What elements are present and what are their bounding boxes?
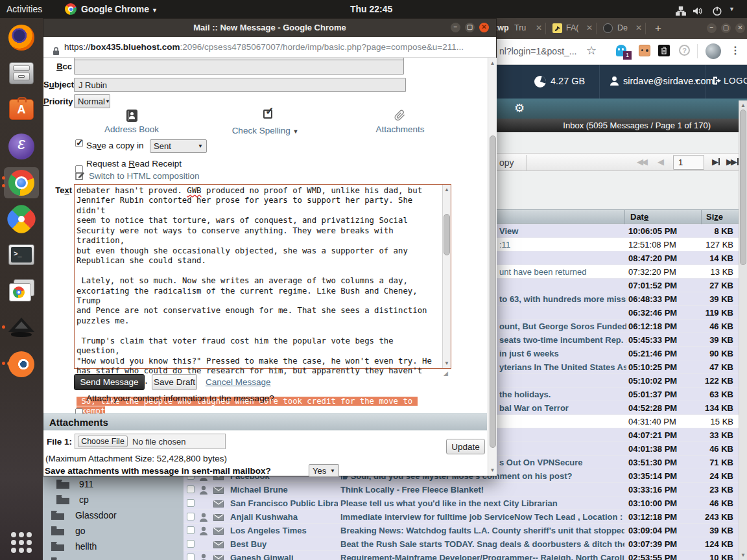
trash-extension-icon[interactable] [658,45,670,56]
switch-html-link[interactable]: Switch to HTML composition [89,171,200,181]
compose-url-bar[interactable]: https://box435.bluehost.com:2096/cpsess4… [43,37,496,58]
activities-button[interactable]: Activities [6,0,42,18]
column-header-size[interactable]: Size [706,212,723,222]
tab-de[interactable]: De [617,23,628,32]
bgwin-maximize-icon[interactable]: ▢ [721,23,731,33]
scroll-down-icon[interactable]: ▼ [488,467,497,473]
compose-scrollbar[interactable]: ▲ ▼ [488,58,497,476]
last-page-icon[interactable]: ▶▶ [726,157,739,167]
message-subject[interactable]: Think Locally - Free Fleece Blanket! [340,485,624,495]
scrollbar-thumb[interactable] [490,135,496,448]
resize-grip-icon[interactable]: ◢ [444,370,450,377]
bg-url-text[interactable]: nl?login=1&post_... [499,46,576,56]
message-row[interactable]: 03:10:00 PM46 KBSan Francisco Public Lib… [184,496,739,510]
attachments-paperclip-icon[interactable] [394,109,406,124]
compose-close-icon[interactable]: ✕ [479,23,489,32]
message-sender[interactable]: Anjali Kushwaha [230,512,338,522]
message-subject[interactable]: Immediate interview for fulltime job Ser… [340,512,624,522]
dock-ubuntu-software-icon[interactable]: A [7,96,36,124]
first-page-icon[interactable]: ◀◀ [637,157,646,167]
send-message-button[interactable]: Send Message [74,374,145,390]
scroll-down-icon[interactable]: ▼ [739,552,747,558]
dock-blender-icon[interactable] [7,350,36,379]
message-checkbox[interactable] [187,485,195,493]
help-extension-icon[interactable]: ? [679,45,690,56]
save-copy-checkbox[interactable] [75,139,83,147]
system-menu-caret-icon[interactable]: ▼ [729,0,735,18]
compose-textarea[interactable]: debater hasn't proved. GWB produced no p… [74,184,451,369]
message-sender[interactable]: San Francisco Public Library [230,498,338,508]
page-number-input[interactable] [673,155,704,170]
save-copy-select[interactable]: Sent▼ [150,139,207,153]
save-draft-button[interactable]: Save Draft [152,374,197,390]
message-row[interactable]: 03:07:39 PM124 KBBest BuyBeat the Rush S… [184,537,739,551]
dock-emacs-icon[interactable]: ε [7,132,36,161]
message-subject[interactable]: Beat the Rush Sale starts TODAY. Snag de… [340,539,624,549]
dock-firefox-icon[interactable] [7,23,36,52]
tab-fa[interactable]: FA( [566,23,578,32]
message-sender[interactable]: Michael Brune [230,485,338,495]
prev-page-icon[interactable]: ◀ [658,157,664,167]
check-spelling-label[interactable]: Check Spelling ▼ [230,126,301,135]
account-email[interactable]: sirdave@sirdave.com [623,76,714,86]
file-input[interactable]: Choose File No file chosen [75,434,226,449]
dock-google-chrome-icon[interactable] [7,169,36,197]
update-button[interactable]: Update [446,439,485,454]
robot-extension-icon[interactable] [639,45,650,56]
choose-file-button[interactable]: Choose File [78,436,128,447]
new-tab-icon[interactable]: + [655,22,661,35]
tab-partial-label[interactable]: twp [495,23,509,32]
scroll-up-icon[interactable]: ▲ [443,187,451,192]
address-book-icon[interactable] [126,110,137,122]
priority-select[interactable]: Normal▼ [74,94,110,108]
profile-avatar[interactable] [706,43,721,59]
tab-tru-close-icon[interactable]: ✕ [536,23,542,32]
volume-icon[interactable] [693,4,704,22]
scroll-up-icon[interactable]: ▲ [488,60,497,66]
compose-minimize-icon[interactable]: − [451,23,460,32]
dock-chrome-app-icon[interactable] [7,277,36,306]
bookmark-star-icon[interactable]: ☆ [586,43,597,58]
scrollbar-thumb[interactable] [444,214,450,255]
textarea-scrollbar[interactable]: ▲ ▼ [442,185,451,368]
scroll-up-icon[interactable]: ▲ [739,102,747,108]
message-checkbox[interactable] [187,526,195,534]
sidebar-folder-Glassdoor[interactable]: Glassdoor [51,509,117,522]
sidebar-folder-cp[interactable]: cp [56,494,89,507]
bgwin-close-icon[interactable]: ✕ [735,23,745,33]
sidebar-folder-partial[interactable] [51,556,73,560]
message-sender[interactable]: Ganesh Ginwali [230,553,338,560]
dock-file-manager-icon[interactable] [7,60,36,88]
show-applications-icon[interactable] [7,528,36,557]
message-subject[interactable]: Breaking News: Watchdog faults L.A. Coun… [340,526,624,535]
tab-fa-close-icon[interactable]: ✕ [586,23,593,32]
network-icon[interactable] [676,4,686,22]
attachments-label[interactable]: Attachments [373,124,427,134]
message-subject[interactable]: Please tell us what you'd like in the ne… [340,498,624,508]
compose-maximize-icon[interactable]: ▢ [465,23,475,32]
address-book-label[interactable]: Address Book [102,124,161,134]
mail-list-scrollbar[interactable]: ▲ ▼ [739,100,747,560]
compose-titlebar[interactable]: Mail :: New Message - Google Chrome − ▢ … [43,19,496,37]
message-checkbox[interactable] [187,499,195,507]
next-page-icon[interactable]: ▶ [712,157,720,167]
message-row[interactable]: 03:12:18 PM243 KBAnjali KushwahaImmediat… [184,510,739,524]
message-row[interactable]: 02:53:55 PM10 KBGanesh GinwaliRequiremen… [184,551,739,560]
browser-menu-kebab-icon[interactable]: ⋮ [730,44,741,56]
message-checkbox[interactable] [187,540,195,548]
tab-tru[interactable]: Tru [514,23,526,32]
scroll-down-icon[interactable]: ▼ [443,360,451,366]
switch-html-icon[interactable] [75,170,85,183]
column-header-date[interactable]: Date [630,212,648,222]
copy-button[interactable]: opy [499,158,514,168]
dock-pinwheel-app-icon[interactable] [7,205,36,233]
dock-inkscape-icon[interactable] [7,314,36,342]
tab-de-close-icon[interactable]: ✕ [635,23,642,32]
message-checkbox[interactable] [187,554,195,560]
sidebar-folder-hellth[interactable]: hellth [51,541,97,554]
bgwin-minimize-icon[interactable]: − [707,23,717,33]
app-menu[interactable]: Google Chrome ▼ [81,0,158,18]
dock-terminal-icon[interactable]: >_ [7,241,36,270]
sidebar-folder-go[interactable]: go [51,525,85,538]
message-row[interactable]: 03:09:04 PM39 KBLos Angeles TimesBreakin… [184,524,739,537]
